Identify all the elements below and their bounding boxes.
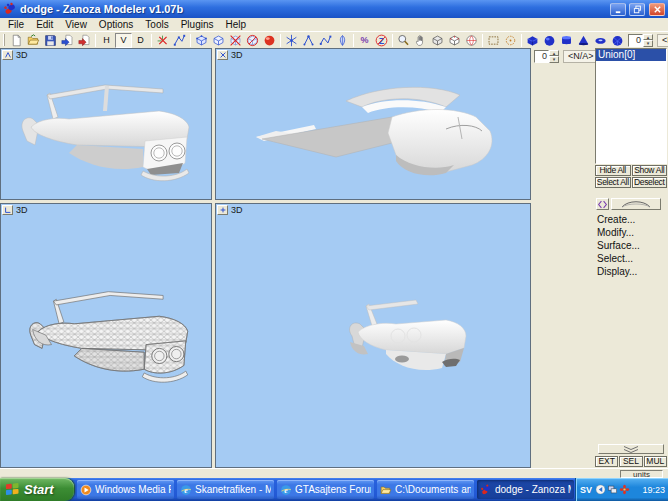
pan-button[interactable] [412,33,429,48]
deselect-button[interactable]: Deselect [632,177,668,188]
taskbar-task-2[interactable]: eGTAsajtens Forum -... [277,480,374,499]
tray-net-icon[interactable] [607,484,618,495]
clock: 19:23 [642,485,665,495]
edges-mode-button[interactable] [210,33,227,48]
textured-cube-button[interactable] [446,33,463,48]
taskbar-task-1[interactable]: eSkanetrafiken - Micr... [177,480,274,499]
viewport-mode-button[interactable] [2,205,13,215]
rotate-view-icon [431,34,444,47]
visibility-buttons: Hide AllShow AllSelect AllDeselect [595,165,667,188]
material-combo[interactable]: <N/A> [657,34,668,47]
menu-item-help[interactable]: Help [220,18,253,31]
menu-item-file[interactable]: File [2,18,30,31]
viewport-bottom-left[interactable]: 3D [0,203,212,468]
command-surface[interactable]: Surface... [597,241,667,251]
view-h-button[interactable]: H [98,33,115,48]
toolbar-separator [95,34,96,47]
object-list[interactable]: Union[0] [595,48,667,164]
command-modify[interactable]: Modify... [597,228,667,238]
viewport-top-left[interactable]: 3D [0,48,212,200]
minimize-button[interactable] [610,3,626,16]
level-spinner[interactable]: 0 ▴▾ [534,50,559,63]
skin-button[interactable] [334,33,351,48]
mode-sel-button[interactable]: SEL [619,456,642,467]
mode-mul-button[interactable]: MUL [644,456,667,467]
language-indicator[interactable]: SV [579,485,593,495]
new-file-button[interactable] [8,33,25,48]
menu-item-edit[interactable]: Edit [30,18,59,31]
start-button[interactable]: Start [0,478,74,501]
menu-item-tools[interactable]: Tools [139,18,174,31]
collapse-button[interactable] [598,444,664,454]
select-quad-button[interactable] [485,33,502,48]
open-file-button[interactable] [25,33,42,48]
select-all-button[interactable]: Select All [595,177,631,188]
status-bar: units [0,468,668,478]
command-select[interactable]: Select... [597,254,667,264]
textured-sphere-button[interactable] [463,33,480,48]
export-file-button[interactable] [76,33,93,48]
material-sphere-button[interactable] [261,33,278,48]
title-bar[interactable]: dodge - Zanoza Modeler v1.07b [0,0,668,18]
objects-mode-button[interactable] [244,33,261,48]
viewport-top-right[interactable]: 3D [215,48,531,200]
mode-ext-button[interactable]: EXT [595,456,618,467]
faces-mode-button[interactable] [227,33,244,48]
taskbar-task-4[interactable]: dodge - Zanoza Mod... [477,480,574,499]
toolbar-grip[interactable] [3,34,5,46]
viewport-mode-button[interactable] [217,205,228,215]
menu-item-view[interactable]: View [59,18,93,31]
hide-all-button[interactable]: Hide All [595,165,631,176]
select-circle-icon [504,34,517,47]
list-item-union[0][interactable]: Union[0] [596,49,666,61]
spinner-down-icon[interactable]: ▾ [643,40,653,47]
viewport-bottom-right[interactable]: 3D [215,203,531,468]
primitive-cylinder-button[interactable] [558,33,575,48]
rotate-view-button[interactable] [429,33,446,48]
import-file-button[interactable] [59,33,76,48]
tray-lang-icon[interactable] [595,484,606,495]
vertices-mode-button[interactable] [193,33,210,48]
primitive-torus-button[interactable] [592,33,609,48]
viewport-mode-icon [4,206,12,214]
polyline-button[interactable] [171,33,188,48]
zoom-button[interactable] [395,33,412,48]
window-title: dodge - Zanoza Modeler v1.07b [20,0,607,18]
delete-button[interactable] [154,33,171,48]
save-file-button[interactable] [42,33,59,48]
faces-mode-icon [229,34,242,47]
close-button[interactable] [649,3,665,16]
tray-av-icon[interactable] [619,484,630,495]
angle-brackets-button[interactable] [596,198,609,210]
joint-button[interactable] [283,33,300,48]
angle-brackets-icon [597,199,608,210]
menu-item-options[interactable]: Options [93,18,139,31]
menu-item-plugins[interactable]: Plugins [175,18,220,31]
taskbar-task-3[interactable]: C:\Documents and S... [377,480,474,499]
skeleton-button[interactable] [300,33,317,48]
toolbar-separator [482,34,483,47]
viewport-mode-button[interactable] [2,50,13,60]
ik-chain-button[interactable] [317,33,334,48]
curve-button[interactable] [611,198,661,210]
detail-spinner[interactable]: 0 ▴▾ [628,34,653,47]
zbuffer-off-button[interactable]: Z [373,33,390,48]
uv-percent-button[interactable]: % [356,33,373,48]
primitive-sphere-button[interactable] [541,33,558,48]
object-combo[interactable]: <N/A> [563,50,599,63]
primitive-cone-button[interactable] [575,33,592,48]
command-display[interactable]: Display... [597,267,667,277]
viewport-header: 3D [2,50,28,60]
view-v-button[interactable]: V [115,33,132,48]
show-all-button[interactable]: Show All [632,165,668,176]
primitive-box-button[interactable] [524,33,541,48]
command-create[interactable]: Create... [597,215,667,225]
primitive-geosphere-button[interactable] [609,33,626,48]
select-circle-button[interactable] [502,33,519,48]
spinner-down-icon[interactable]: ▾ [549,56,559,63]
viewport-mode-button[interactable] [217,50,228,60]
spinner-value: 0 [628,34,643,47]
view-d-button[interactable]: D [132,33,149,48]
taskbar-task-0[interactable]: Windows Media Player [77,480,174,499]
restore-button[interactable] [629,3,645,16]
